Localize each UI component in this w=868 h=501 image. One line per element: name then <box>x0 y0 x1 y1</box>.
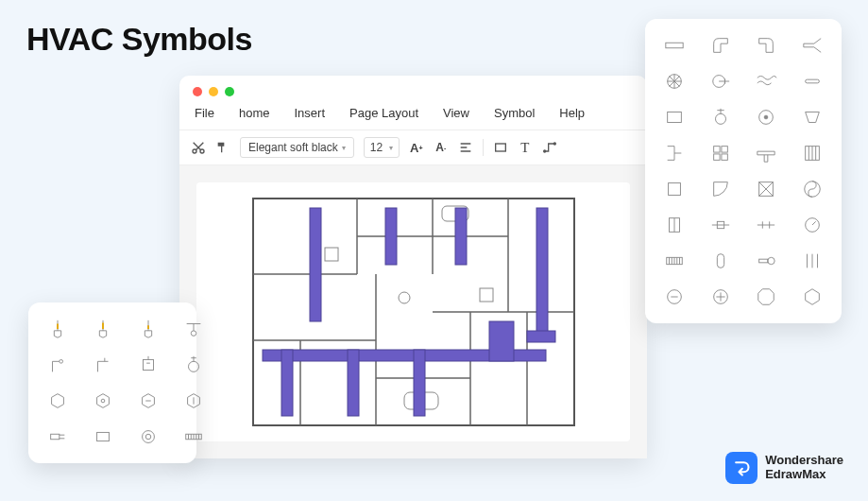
decrease-font-icon[interactable]: A- <box>434 140 449 155</box>
stop-oct-icon[interactable] <box>750 284 782 310</box>
app-window: File home Insert Page Layout View Symbol… <box>179 76 647 458</box>
svg-marker-56 <box>97 394 110 408</box>
brand: Wondershare EdrawMax <box>725 452 843 484</box>
menu-symbol[interactable]: Symbol <box>494 106 535 120</box>
rect-open-icon[interactable] <box>658 104 690 130</box>
brand-line1: Wondershare <box>765 454 843 468</box>
plus-circle-icon[interactable] <box>705 284 737 310</box>
svg-rect-29 <box>713 147 719 152</box>
svg-point-62 <box>143 431 155 443</box>
x-box-icon[interactable] <box>750 176 782 202</box>
symbol-panel-right <box>645 19 842 323</box>
format-painter-icon[interactable] <box>215 140 230 155</box>
split-vert-icon[interactable] <box>658 212 690 238</box>
svg-rect-42 <box>759 259 768 263</box>
increase-font-icon[interactable]: A+ <box>409 140 424 155</box>
brand-text: Wondershare EdrawMax <box>765 454 843 482</box>
hex-b-icon[interactable] <box>87 388 119 414</box>
lines-3-icon[interactable] <box>796 248 828 274</box>
divider <box>483 139 484 156</box>
svg-rect-24 <box>805 79 819 83</box>
box-switch-icon[interactable] <box>132 352 164 378</box>
cut-icon[interactable] <box>191 140 206 155</box>
minimize-icon[interactable] <box>209 87 218 96</box>
hex-a-icon[interactable] <box>42 388 74 414</box>
box-icon[interactable] <box>658 176 690 202</box>
hex-icon[interactable] <box>796 284 828 310</box>
svg-marker-48 <box>54 331 60 337</box>
svg-rect-8 <box>480 288 493 302</box>
tap-1-icon[interactable] <box>42 352 74 378</box>
ring-icon[interactable] <box>132 423 164 450</box>
slider-h-icon[interactable] <box>705 212 737 238</box>
svg-rect-61 <box>97 432 110 441</box>
duct-elbow-icon[interactable] <box>705 32 737 59</box>
thermo-3-icon[interactable] <box>132 316 164 342</box>
menu-file[interactable]: File <box>195 106 214 120</box>
trap-icon[interactable] <box>796 104 828 130</box>
align-icon[interactable] <box>458 140 473 155</box>
svg-rect-2 <box>495 144 505 151</box>
thermo-1-icon[interactable] <box>42 316 74 342</box>
quarter-icon[interactable] <box>705 176 737 202</box>
bar-valve-icon[interactable] <box>750 212 782 238</box>
menu-bar: File home Insert Page Layout View Symbol… <box>179 102 647 130</box>
hex-c-icon[interactable] <box>132 388 164 414</box>
valve-round-icon[interactable] <box>705 104 737 130</box>
svg-rect-53 <box>144 360 154 371</box>
block-icon[interactable] <box>87 423 119 450</box>
menu-home[interactable]: home <box>239 106 270 120</box>
chevron-down-icon: ▾ <box>342 144 346 152</box>
grid-4-icon[interactable] <box>705 140 737 166</box>
close-icon[interactable] <box>193 87 202 96</box>
svg-point-28 <box>764 115 768 119</box>
dot-circle-icon[interactable] <box>750 104 782 130</box>
svg-rect-21 <box>666 43 683 48</box>
svg-point-51 <box>191 331 196 337</box>
waveform-icon[interactable] <box>750 68 782 95</box>
chevron-down-icon: ▾ <box>389 144 393 152</box>
canvas[interactable] <box>196 182 630 441</box>
capsule-icon[interactable] <box>705 248 737 274</box>
light-fix-icon[interactable] <box>178 316 210 342</box>
fan-impeller-icon[interactable] <box>658 68 690 95</box>
svg-point-3 <box>543 150 545 152</box>
yin-icon[interactable] <box>796 176 828 202</box>
svg-rect-11 <box>310 208 321 321</box>
font-size-select[interactable]: 12 ▾ <box>364 137 400 158</box>
flow-tee-icon[interactable] <box>750 140 782 166</box>
window-controls <box>179 76 647 102</box>
rectangle-tool-icon[interactable] <box>493 140 508 155</box>
handle-icon[interactable] <box>750 248 782 274</box>
panel-lines-icon[interactable] <box>796 140 828 166</box>
menu-view[interactable]: View <box>443 106 469 120</box>
connector-tool-icon[interactable] <box>542 140 557 155</box>
coin-icon[interactable] <box>658 284 690 310</box>
scale-icon[interactable] <box>178 423 210 450</box>
toolbar: Elegant soft black ▾ 12 ▾ A+ A- T <box>179 130 647 165</box>
duct-elbow2-icon[interactable] <box>750 32 782 59</box>
menu-page-layout[interactable]: Page Layout <box>349 106 418 120</box>
hex-d-icon[interactable] <box>178 388 210 414</box>
vent-icon[interactable] <box>658 248 690 274</box>
gauge-icon[interactable] <box>796 212 828 238</box>
tap-2-icon[interactable] <box>87 352 119 378</box>
menu-insert[interactable]: Insert <box>294 106 325 120</box>
duct-straight-icon[interactable] <box>658 32 690 59</box>
dial-icon[interactable] <box>178 352 210 378</box>
maximize-icon[interactable] <box>225 87 234 96</box>
blower-icon[interactable] <box>705 68 737 95</box>
text-tool-icon[interactable]: T <box>518 140 533 155</box>
font-name: Elegant soft black <box>248 141 338 154</box>
cylinder-icon[interactable] <box>796 68 828 95</box>
thermo-2-icon[interactable] <box>87 316 119 342</box>
svg-point-57 <box>101 399 105 403</box>
svg-rect-30 <box>721 147 726 152</box>
font-select[interactable]: Elegant soft black ▾ <box>240 137 354 158</box>
duct-branch-icon[interactable] <box>796 32 828 59</box>
svg-rect-16 <box>281 350 293 416</box>
svg-rect-25 <box>668 112 682 123</box>
menu-help[interactable]: Help <box>559 106 585 120</box>
connector-l-icon[interactable] <box>658 140 690 166</box>
plug-icon[interactable] <box>42 423 74 450</box>
